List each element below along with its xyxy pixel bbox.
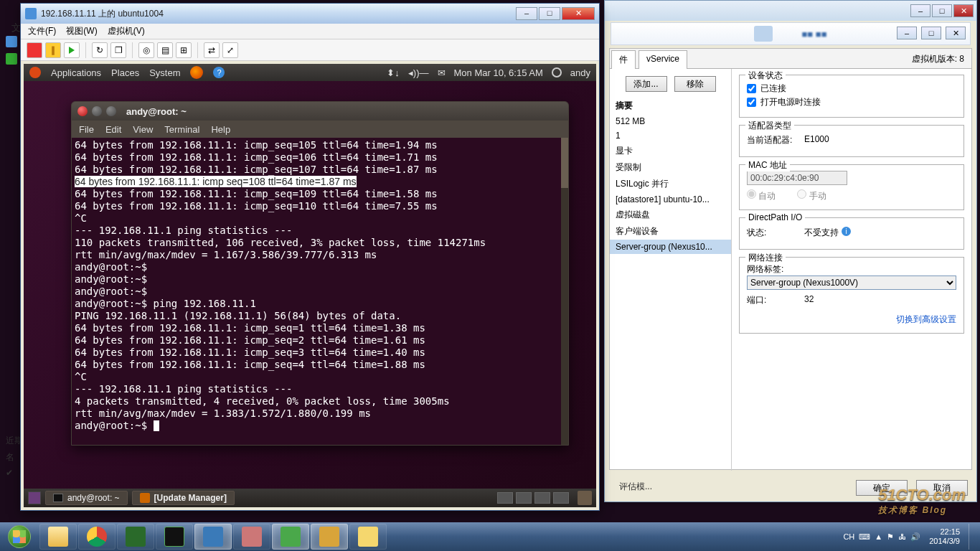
clock-label[interactable]: Mon Mar 10, 6:15 AM: [454, 67, 543, 78]
menu-file[interactable]: 文件(F): [28, 25, 56, 37]
advanced-settings-link[interactable]: 切换到高级设置: [896, 314, 956, 326]
network-icon[interactable]: ⊞: [176, 42, 192, 58]
tab-hardware[interactable]: 件: [611, 50, 636, 69]
user-label[interactable]: andy: [570, 67, 590, 78]
term-menu-terminal[interactable]: Terminal: [164, 124, 199, 135]
tray-flag-icon[interactable]: ⚑: [887, 532, 894, 542]
tray-network-icon[interactable]: 🖧: [898, 532, 906, 541]
taskbar-vmware[interactable]: [194, 524, 232, 550]
inner-maximize-button[interactable]: □: [921, 27, 941, 39]
hw-row[interactable]: 虚拟磁盘: [610, 207, 731, 223]
fullscreen-icon[interactable]: ⤢: [222, 42, 238, 58]
minimize-button[interactable]: –: [910, 4, 930, 17]
mac-group: MAC 地址 自动 手动: [739, 164, 964, 210]
menu-system[interactable]: System: [149, 67, 180, 78]
hw-row[interactable]: 受限制: [610, 159, 731, 176]
vm-titlebar[interactable]: 192.168.11.11 上的 ubuntu1004 – □ ✕: [21, 4, 599, 24]
power-icon[interactable]: [552, 67, 562, 77]
show-desktop-button[interactable]: [969, 524, 977, 550]
ime-indicator[interactable]: CH: [843, 532, 854, 541]
hw-row[interactable]: Server-group (Nexus10...: [610, 240, 731, 254]
terminal-window[interactable]: andy@root: ~ File Edit View Terminal Hel…: [71, 101, 569, 446]
term-menu-file[interactable]: File: [79, 124, 94, 135]
menu-places[interactable]: Places: [111, 67, 139, 78]
device-state-legend: 设备状态: [745, 70, 786, 82]
volume-indicator-icon[interactable]: ◂))—: [408, 67, 429, 78]
ubuntu-bottom-panel[interactable]: andy@root: ~ [Update Manager]: [24, 489, 596, 507]
info-icon[interactable]: i: [842, 227, 851, 236]
stop-icon[interactable]: [27, 42, 42, 58]
connect-at-poweron-checkbox[interactable]: 打开电源时连接: [747, 96, 956, 108]
cd-icon[interactable]: ◎: [138, 42, 154, 58]
term-minimize-icon[interactable]: [92, 106, 102, 116]
taskbar-item-terminal[interactable]: andy@root: ~: [45, 491, 128, 505]
term-maximize-icon[interactable]: [106, 106, 116, 116]
tray-clock[interactable]: 22:152014/3/9: [925, 527, 964, 546]
network-indicator-icon[interactable]: ⬍↓: [387, 67, 400, 78]
terminal-scroll-thumb[interactable]: [561, 138, 568, 188]
tray-volume-icon[interactable]: 🔊: [910, 532, 920, 542]
vm-close-button[interactable]: ✕: [562, 7, 595, 20]
start-button[interactable]: [0, 522, 39, 551]
hw-row[interactable]: 512 MB: [610, 114, 731, 128]
show-desktop-icon[interactable]: [28, 491, 41, 504]
taskbar-explorer[interactable]: [39, 524, 77, 550]
taskbar-item-update-manager[interactable]: [Update Manager]: [132, 491, 235, 505]
menu-applications[interactable]: Applications: [51, 67, 101, 78]
menu-vm[interactable]: 虚拟机(V): [108, 25, 145, 37]
mail-icon[interactable]: ✉: [438, 67, 446, 78]
taskbar-app2[interactable]: [233, 524, 270, 550]
vm-maximize-button[interactable]: □: [539, 7, 560, 20]
hw-row[interactable]: [datastore1] ubuntu-10...: [610, 192, 731, 207]
term-menu-edit[interactable]: Edit: [105, 124, 121, 135]
hw-row[interactable]: 显卡: [610, 143, 731, 159]
hw-row[interactable]: LSILogic 并行: [610, 176, 731, 192]
taskbar-chrome[interactable]: [78, 524, 116, 550]
ubuntu-top-panel[interactable]: Applications Places System ? ⬍↓ ◂))— ✉ M…: [24, 64, 596, 81]
taskbar-app3[interactable]: [311, 524, 348, 550]
inner-close-button[interactable]: ✕: [946, 27, 966, 39]
guest-desktop[interactable]: Applications Places System ? ⬍↓ ◂))— ✉ M…: [24, 64, 596, 507]
term-close-icon[interactable]: [77, 106, 88, 116]
hw-row[interactable]: 客户端设备: [610, 223, 731, 240]
directpath-label: 状态:: [747, 227, 804, 239]
play-icon[interactable]: [64, 42, 80, 58]
snapshot-icon[interactable]: ❐: [110, 42, 126, 58]
add-hw-button[interactable]: 添加...: [626, 76, 667, 92]
connect-icon[interactable]: ⇄: [204, 42, 220, 58]
taskbar-app1[interactable]: [117, 524, 154, 550]
inner-minimize-button[interactable]: –: [897, 27, 917, 39]
system-tray[interactable]: CH ⌨ ▲ ⚑ 🖧 🔊 22:152014/3/9: [843, 524, 980, 550]
connected-checkbox[interactable]: 已连接: [747, 83, 956, 95]
help-icon[interactable]: ?: [213, 67, 225, 78]
workspace-switcher[interactable]: [497, 492, 569, 504]
mac-auto-radio[interactable]: 自动: [747, 189, 776, 202]
mac-manual-radio[interactable]: 手动: [797, 189, 826, 202]
reset-icon[interactable]: ↻: [92, 42, 108, 58]
hw-row[interactable]: 1: [610, 128, 731, 143]
pause-icon[interactable]: ∥: [45, 42, 61, 58]
term-menu-view[interactable]: View: [133, 124, 153, 135]
terminal-titlebar[interactable]: andy@root: ~: [72, 102, 568, 121]
taskbar-terminal[interactable]: [156, 524, 193, 550]
maximize-button[interactable]: □: [932, 4, 952, 17]
vm-menubar[interactable]: 文件(F) 视图(W) 虚拟机(V): [21, 24, 599, 39]
vm-minimize-button[interactable]: –: [516, 7, 537, 20]
terminal-output[interactable]: 64 bytes from 192.168.11.1: icmp_seq=105…: [72, 138, 561, 445]
tray-up-icon[interactable]: ▲: [875, 532, 882, 541]
taskbar-vsphere[interactable]: [272, 524, 309, 550]
tab-vservice[interactable]: vService: [639, 50, 687, 69]
close-button[interactable]: ✕: [953, 4, 974, 17]
vsphere-titlebar[interactable]: – □ ✕: [605, 1, 976, 21]
menu-view[interactable]: 视图(W): [66, 25, 97, 37]
remove-hw-button[interactable]: 移除: [674, 76, 716, 92]
floppy-icon[interactable]: ▤: [157, 42, 173, 58]
tray-keyboard-icon[interactable]: ⌨: [859, 532, 870, 542]
trash-icon[interactable]: [578, 491, 592, 505]
firefox-icon[interactable]: [190, 66, 203, 79]
windows-taskbar[interactable]: CH ⌨ ▲ ⚑ 🖧 🔊 22:152014/3/9: [0, 522, 980, 551]
terminal-menubar[interactable]: File Edit View Terminal Help: [72, 121, 568, 138]
term-menu-help[interactable]: Help: [211, 124, 230, 135]
taskbar-notes[interactable]: [349, 524, 387, 550]
network-label-select[interactable]: Server-group (Nexus1000V): [747, 276, 956, 290]
